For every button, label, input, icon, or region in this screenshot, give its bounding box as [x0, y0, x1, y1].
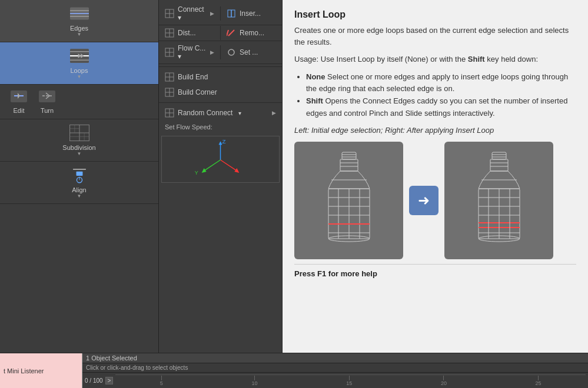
svg-text:Y: Y	[195, 170, 198, 176]
selected-text: 1 Object Selected	[86, 354, 137, 362]
mini-listener[interactable]: t Mini Listener	[0, 353, 82, 388]
tick-10: 10	[251, 376, 257, 386]
svg-rect-79	[490, 159, 508, 171]
svg-text:Z: Z	[222, 138, 225, 145]
mini-listener-label: t Mini Listener	[4, 367, 44, 374]
hint-row: Click or click-and-drag to select object…	[82, 363, 588, 373]
edit-button[interactable]: Edit	[9, 89, 28, 114]
svg-rect-58	[342, 152, 356, 159]
subdivision-section: Subdivision ▼	[0, 119, 158, 162]
insert-item[interactable]: Inser...	[221, 6, 282, 21]
dist-item[interactable]: Dist...	[159, 25, 220, 41]
loops-section: Loops ▼	[0, 42, 158, 85]
align-arrow: ▼	[77, 193, 82, 199]
build-end-label: Build End	[178, 73, 208, 81]
loops-icon	[68, 47, 91, 65]
edges-item[interactable]: Edges ▼	[0, 0, 158, 42]
edit-turn-section: Edit Turn	[0, 85, 158, 119]
svg-line-36	[228, 30, 234, 36]
svg-marker-56	[202, 168, 207, 173]
menu-separator	[159, 66, 282, 67]
build-corner-icon	[165, 88, 174, 97]
svg-line-55	[203, 160, 221, 172]
connect-label: Connect ▾	[178, 5, 207, 22]
edges-label: Edges	[70, 25, 88, 32]
set-item[interactable]: Set ...	[221, 45, 282, 60]
insert-label: Inser...	[240, 9, 261, 18]
left-panel: Edges ▼ Loops ▼	[0, 0, 159, 353]
subdivision-label: Subdivision	[62, 144, 95, 151]
before-image	[294, 142, 403, 259]
random-connect-item[interactable]: Random Connect ▾	[159, 105, 282, 121]
random-connect-icon	[165, 108, 174, 118]
build-corner-item[interactable]: Build Corner	[159, 85, 282, 100]
svg-rect-61	[340, 159, 358, 171]
align-icon	[68, 166, 91, 184]
timeline-row: 0 / 100 > 5 10 15 20 25	[82, 373, 588, 388]
svg-point-40	[228, 49, 234, 55]
dist-label: Dist...	[178, 29, 196, 37]
status-timeline: 1 Object Selected Click or click-and-dra…	[82, 353, 588, 388]
help-panel: Insert Loop Creates one or more edge loo…	[283, 0, 588, 353]
arrow-icon: ➜	[409, 186, 438, 215]
bottom-bar: t Mini Listener 1 Object Selected Click …	[0, 353, 588, 388]
tick-25: 25	[536, 376, 542, 386]
edges-section: Edges ▼	[0, 0, 158, 42]
random-connect-label: Random Connect	[178, 109, 232, 117]
timeline-ticks: 5 10 15 20 25	[115, 375, 586, 386]
connect-icon	[165, 9, 174, 18]
mini-viewport: Z Y	[161, 136, 280, 183]
press-f1: Press F1 for more help	[294, 264, 576, 278]
remo-item[interactable]: Remo...	[221, 25, 282, 41]
loops-item[interactable]: Loops ▼	[0, 42, 158, 84]
connect-item[interactable]: Connect ▾	[159, 2, 220, 25]
flow-c-item[interactable]: Flow C... ▾	[159, 41, 220, 63]
dist-icon	[165, 28, 174, 38]
loops-arrow: ▼	[77, 74, 82, 79]
subdivision-icon	[68, 124, 91, 142]
help-list: None Select one or more edges and apply …	[306, 71, 576, 120]
dist-row: Dist... Remo...	[159, 25, 282, 41]
help-description: Creates one or more edge loops based on …	[294, 25, 576, 48]
align-item[interactable]: Align ▼	[0, 162, 158, 203]
svg-line-35	[227, 30, 228, 36]
svg-rect-76	[492, 152, 506, 159]
menu-separator2	[159, 102, 282, 103]
turn-label: Turn	[41, 107, 54, 114]
remo-label: Remo...	[240, 29, 264, 37]
loops-label: Loops	[71, 67, 88, 74]
help-list-item-2: Shift Opens the Connect Edges caddy so y…	[306, 95, 576, 120]
hint-text: Click or click-and-drag to select object…	[86, 364, 188, 371]
subdivision-arrow: ▼	[77, 151, 82, 156]
help-footer: Left: Initial edge selection; Right: Aft…	[294, 126, 576, 135]
middle-panel: Connect ▾ Inser... Dist... Remo...	[159, 0, 283, 353]
random-connect-arrow: ▾	[238, 110, 241, 116]
help-images: ➜	[294, 142, 576, 259]
flow-c-icon	[165, 48, 174, 57]
tick-15: 15	[346, 376, 352, 386]
align-section: Align ▼	[0, 162, 158, 204]
svg-line-53	[221, 160, 238, 172]
help-list-item-1: None Select one or more edges and apply …	[306, 71, 576, 96]
turn-button[interactable]: Turn	[38, 89, 57, 114]
help-title: Insert Loop	[294, 9, 576, 20]
svg-rect-24	[76, 172, 82, 176]
timeline-range: 0 / 100	[85, 377, 103, 384]
build-end-item[interactable]: Build End	[159, 69, 282, 85]
timeline-expand-button[interactable]: >	[105, 377, 114, 384]
flow-speed-label: Set Flow Speed:	[159, 121, 282, 133]
build-corner-label: Build Corner	[178, 88, 217, 96]
flow-c-label: Flow C... ▾	[178, 44, 207, 61]
edit-label: Edit	[14, 107, 25, 114]
flow-row: Flow C... ▾ Set ...	[159, 41, 282, 64]
status-row: 1 Object Selected	[82, 353, 588, 363]
timeline-track[interactable]: 5 10 15 20 25	[115, 374, 586, 386]
help-usage: Usage: Use Insert Loop by itself (None) …	[294, 53, 576, 65]
arrow-symbol: ➜	[418, 192, 430, 209]
subdivision-item[interactable]: Subdivision ▼	[0, 119, 158, 161]
tick-5: 5	[160, 376, 163, 386]
after-image	[444, 142, 553, 259]
edges-arrow: ▼	[77, 32, 82, 37]
connect-row: Connect ▾ Inser...	[159, 2, 282, 25]
svg-rect-13	[39, 91, 55, 102]
